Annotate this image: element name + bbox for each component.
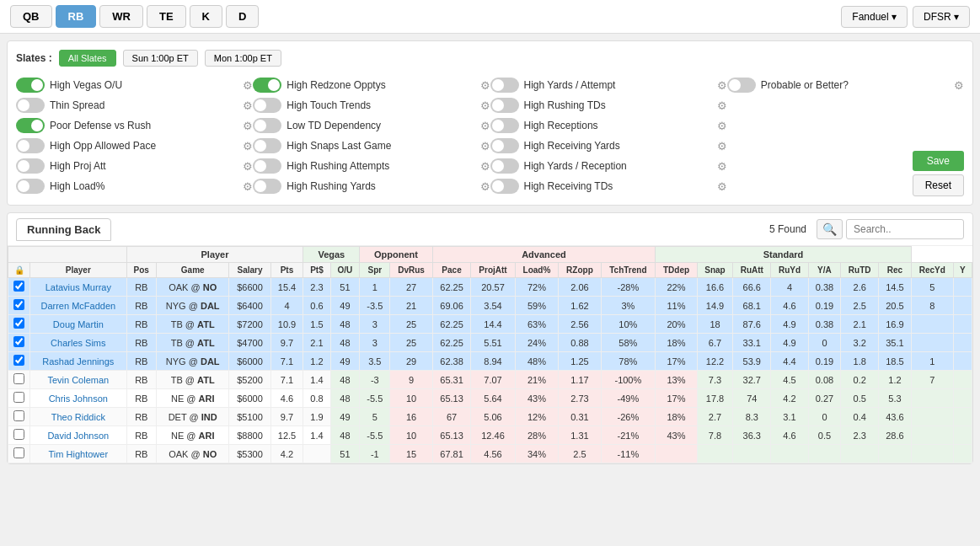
row-checkbox[interactable] [13, 392, 24, 403]
gear-thin-spread[interactable]: ⚙ [243, 99, 253, 112]
cell-pos: RB [126, 278, 156, 297]
player-name-link[interactable]: David Johnson [47, 431, 109, 441]
cell-lock[interactable] [8, 371, 30, 389]
save-button[interactable]: Save [913, 151, 964, 171]
toggle-high-receptions[interactable] [490, 118, 519, 133]
gear-high-rushing-yards[interactable]: ⚙ [480, 180, 490, 193]
row-checkbox[interactable] [13, 410, 24, 421]
toggle-high-rushing-att[interactable] [253, 158, 281, 174]
row-checkbox[interactable] [13, 336, 24, 347]
toggle-low-td[interactable] [253, 118, 281, 133]
cell-lock[interactable] [8, 315, 30, 334]
gear-poor-defense[interactable]: ⚙ [243, 120, 253, 132]
player-name-link[interactable]: Tevin Coleman [47, 375, 109, 385]
tab-wr[interactable]: WR [99, 5, 143, 28]
cell-rzopp: 2.5 [559, 445, 601, 463]
player-name-link[interactable]: Latavius Murray [46, 282, 111, 292]
row-checkbox[interactable] [13, 355, 24, 366]
gear-high-receiving-tds[interactable]: ⚙ [717, 180, 727, 193]
cell-player[interactable]: Theo Riddick [30, 408, 127, 426]
tab-rb[interactable]: RB [56, 5, 97, 28]
toggle-high-opp-pace[interactable] [16, 138, 45, 153]
cell-dvrus: 15 [390, 445, 432, 463]
cell-lock[interactable] [8, 389, 30, 408]
gear-high-receiving-yards[interactable]: ⚙ [717, 140, 727, 153]
cell-rzopp: 1.17 [559, 371, 601, 389]
cell-player[interactable]: Tevin Coleman [30, 371, 127, 389]
toggle-high-redzone[interactable] [253, 78, 281, 93]
slate-all[interactable]: All Slates [59, 50, 116, 67]
search-icon[interactable]: 🔍 [817, 219, 843, 239]
col-pace: Pace [432, 263, 471, 278]
reset-button[interactable]: Reset [913, 174, 964, 196]
tab-d[interactable]: D [226, 5, 259, 28]
cell-lock[interactable] [8, 408, 30, 426]
slate-mon[interactable]: Mon 1:00p ET [205, 50, 281, 67]
cell-player[interactable]: Tim Hightower [30, 445, 127, 463]
table-row: Chris Johnson RB NE @ ARI $6000 4.6 0.8 … [8, 389, 972, 408]
row-checkbox[interactable] [13, 318, 24, 329]
search-input[interactable] [846, 219, 964, 239]
toggle-high-receiving-yards[interactable] [490, 138, 519, 153]
gear-high-opp-pace[interactable]: ⚙ [243, 140, 253, 153]
row-checkbox[interactable] [13, 373, 24, 384]
gear-probable[interactable]: ⚙ [954, 79, 964, 92]
gear-high-yards-rec[interactable]: ⚙ [717, 160, 727, 173]
dfsr-dropdown[interactable]: DFSR ▾ [913, 6, 970, 28]
cell-player[interactable]: Charles Sims [30, 334, 127, 352]
cell-player[interactable]: Darren McFadden [30, 297, 127, 315]
cell-lock[interactable] [8, 426, 30, 445]
gear-high-load[interactable]: ⚙ [243, 180, 253, 193]
gear-high-snaps[interactable]: ⚙ [480, 140, 490, 153]
player-name-link[interactable]: Tim Hightower [49, 449, 109, 459]
col-header-row: 🔒 Player Pos Game Salary Pts Pt$ O/U Spr… [8, 263, 972, 278]
toggle-probable[interactable] [727, 78, 756, 93]
row-checkbox[interactable] [13, 447, 24, 458]
toggle-high-rushing-tds[interactable] [490, 98, 519, 113]
gear-high-proj-att[interactable]: ⚙ [243, 160, 253, 173]
gear-high-vegas[interactable]: ⚙ [243, 79, 253, 92]
gear-high-touch[interactable]: ⚙ [480, 99, 490, 112]
player-name-link[interactable]: Doug Martin [53, 319, 104, 329]
gear-high-redzone[interactable]: ⚙ [480, 79, 490, 92]
cell-lock[interactable] [8, 278, 30, 297]
cell-lock[interactable] [8, 297, 30, 315]
gear-high-rushing-tds[interactable]: ⚙ [717, 99, 727, 112]
fanduel-dropdown[interactable]: Fanduel ▾ [841, 6, 908, 28]
player-name-link[interactable]: Chris Johnson [49, 393, 108, 404]
tab-k[interactable]: K [190, 5, 222, 28]
toggle-high-load[interactable] [16, 179, 45, 194]
row-checkbox[interactable] [13, 429, 24, 440]
tab-te[interactable]: TE [147, 5, 186, 28]
toggle-high-vegas[interactable] [16, 78, 45, 93]
row-checkbox[interactable] [13, 299, 24, 310]
gear-low-td[interactable]: ⚙ [480, 120, 490, 132]
row-checkbox[interactable] [13, 281, 24, 292]
cell-lock[interactable] [8, 352, 30, 371]
player-name-link[interactable]: Charles Sims [51, 338, 105, 348]
cell-lock[interactable] [8, 334, 30, 352]
cell-lock[interactable] [8, 445, 30, 463]
toggle-high-yards-att[interactable] [490, 78, 519, 93]
cell-player[interactable]: Chris Johnson [30, 389, 127, 408]
toggle-high-proj-att[interactable] [16, 158, 45, 174]
toggle-high-touch[interactable] [253, 98, 281, 113]
cell-player[interactable]: Doug Martin [30, 315, 127, 334]
gear-high-yards-att[interactable]: ⚙ [717, 79, 727, 92]
toggle-high-yards-rec[interactable] [490, 158, 519, 174]
toggle-thin-spread[interactable] [16, 98, 45, 113]
player-name-link[interactable]: Theo Riddick [51, 412, 105, 422]
gear-high-receptions[interactable]: ⚙ [717, 120, 727, 132]
player-name-link[interactable]: Rashad Jennings [42, 356, 114, 367]
slate-sun[interactable]: Sun 1:00p ET [123, 50, 198, 67]
toggle-high-snaps[interactable] [253, 138, 281, 153]
gear-high-rushing-att[interactable]: ⚙ [480, 160, 490, 173]
cell-player[interactable]: David Johnson [30, 426, 127, 445]
toggle-high-receiving-tds[interactable] [490, 179, 519, 194]
toggle-high-rushing-yards[interactable] [253, 179, 281, 194]
tab-qb[interactable]: QB [10, 5, 52, 28]
cell-player[interactable]: Latavius Murray [30, 278, 127, 297]
player-name-link[interactable]: Darren McFadden [40, 301, 115, 311]
toggle-poor-defense[interactable] [16, 118, 45, 133]
cell-player[interactable]: Rashad Jennings [30, 352, 127, 371]
